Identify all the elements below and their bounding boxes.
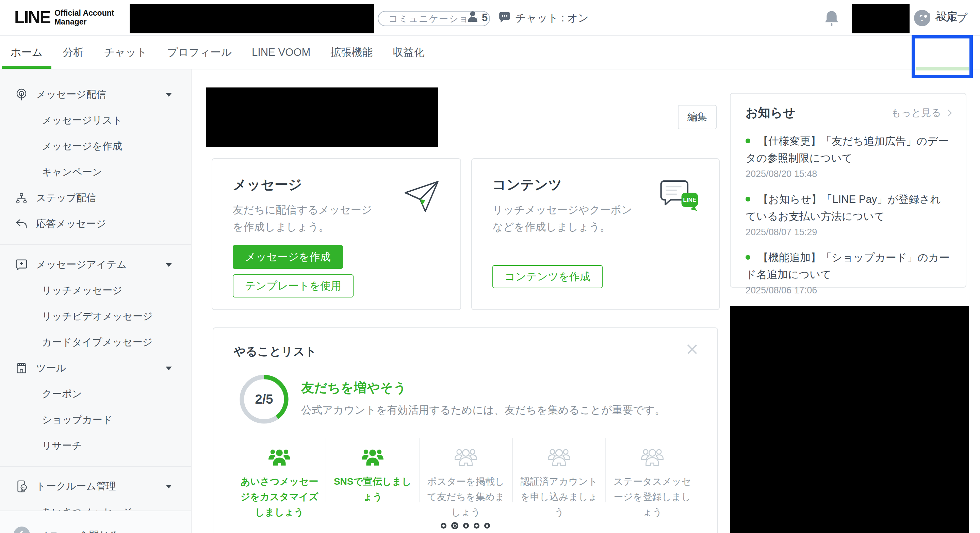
- logo-subtitle: Official Account Manager: [54, 8, 115, 26]
- task-register-status-message[interactable]: ステータスメッセージを登録しましょう: [605, 438, 698, 502]
- todo-heading: 友だちを増やそう: [301, 379, 406, 396]
- people-group-icon: [548, 447, 570, 468]
- task-carousel: あいさつメッセージをカスタマイズしましょう SNSで宣伝しましょう ポスターを掲…: [233, 438, 698, 502]
- tab-home[interactable]: ホーム: [2, 36, 51, 69]
- nav-tabs: ホーム 分析 チャット プロフィール LINE VOOM 拡張機能 収益化: [2, 36, 436, 69]
- todo-card-title: やることリスト: [234, 344, 697, 360]
- chevron-right-icon: [945, 110, 952, 116]
- chat-bubble-icon: [498, 10, 511, 26]
- chat-status[interactable]: チャット : オン: [498, 10, 589, 26]
- carousel-dot[interactable]: [474, 523, 479, 528]
- broadcast-icon: [14, 88, 29, 102]
- notices-panel: お知らせ もっと見る 【仕様変更】「友だち追加広告」のデータの参照制限について …: [730, 93, 966, 288]
- chevron-down-icon: [166, 263, 172, 267]
- notice-item[interactable]: 【お知らせ】「LINE Pay」が登録されているお支払い方法について 2025/…: [746, 191, 951, 237]
- people-group-icon: [455, 447, 477, 468]
- carousel-dot[interactable]: [441, 523, 447, 528]
- reply-arrow-icon: [14, 217, 29, 231]
- todo-description: 公式アカウントを有効活用するためには、友だちを集めることが重要です。: [301, 403, 665, 417]
- sidebar-item-create-message[interactable]: メッセージを作成: [0, 134, 191, 159]
- create-content-button[interactable]: コンテンツを作成: [492, 265, 603, 288]
- redacted-user-avatar: [852, 4, 910, 33]
- green-dot-icon: [746, 138, 750, 143]
- sidebar-item-rich-video-message[interactable]: リッチビデオメッセージ: [0, 304, 191, 329]
- sidebar-item-tools[interactable]: ツール: [0, 355, 191, 381]
- person-icon: [467, 10, 479, 25]
- tab-analytics[interactable]: 分析: [54, 36, 92, 69]
- progress-value: 2/5: [237, 372, 291, 426]
- task-promote-sns[interactable]: SNSで宣伝しましょう: [326, 438, 419, 502]
- todo-list-card: やることリスト 2/5 友だちを増やそう 公式アカウントを有効活用するためには、…: [213, 328, 718, 533]
- green-dot-icon: [746, 197, 750, 202]
- paper-plane-icon: [401, 179, 442, 215]
- redacted-banner-block: [730, 306, 969, 533]
- tab-line-voom[interactable]: LINE VOOM: [243, 36, 319, 69]
- tab-settings[interactable]: 設定: [920, 0, 958, 33]
- main-nav: ホーム 分析 チャット プロフィール LINE VOOM 拡張機能 収益化: [0, 36, 980, 70]
- sitemap-icon: [14, 191, 29, 205]
- task-apply-verified-account[interactable]: 認証済アカウントを申し込みましょう: [512, 438, 605, 502]
- top-bar: LINE Official Account Manager コミュニケーション …: [0, 0, 980, 36]
- carousel-dot[interactable]: [463, 523, 469, 528]
- close-icon[interactable]: [685, 342, 700, 357]
- sidebar-item-card-type-message[interactable]: カードタイプメッセージ: [0, 329, 191, 355]
- message-card-description: 友だちに配信するメッセージを作成しましょう。: [233, 202, 382, 235]
- friend-count[interactable]: 5: [467, 10, 488, 25]
- line-oam-logo[interactable]: LINE Official Account Manager: [14, 8, 114, 27]
- redacted-account-name: [130, 4, 374, 33]
- redacted-profile-block: [206, 88, 438, 147]
- chevron-down-icon: [166, 485, 172, 488]
- edit-button[interactable]: 編集: [678, 105, 717, 129]
- tab-extensions[interactable]: 拡張機能: [321, 36, 382, 69]
- tab-monetization[interactable]: 収益化: [384, 36, 433, 69]
- content-card-description: リッチメッセージやクーポンなどを作成しましょう。: [492, 202, 642, 235]
- chat-status-label: チャット : オン: [515, 11, 589, 25]
- storefront-icon: [14, 361, 29, 375]
- tab-profile[interactable]: プロフィール: [158, 36, 240, 69]
- sidebar-item-message-broadcast[interactable]: メッセージ配信: [0, 82, 191, 108]
- sidebar-item-campaign[interactable]: キャンペーン: [0, 159, 191, 185]
- sidebar-item-message-list[interactable]: メッセージリスト: [0, 108, 191, 134]
- task-post-poster[interactable]: ポスターを掲載して友だちを集めましょう: [419, 438, 512, 502]
- carousel-dot[interactable]: [484, 523, 490, 528]
- sidebar-item-rich-message[interactable]: リッチメッセージ: [0, 278, 191, 304]
- content-line-bubble-icon: LINE: [659, 179, 700, 215]
- bubble-plus-icon: [14, 258, 29, 272]
- carousel-dot[interactable]: [451, 522, 458, 529]
- people-group-icon: [361, 447, 384, 468]
- notice-date: 2025/08/20 15:48: [746, 169, 951, 179]
- sidebar-item-coupon[interactable]: クーポン: [0, 381, 191, 407]
- sidebar-divider: [0, 244, 191, 245]
- task-customize-greeting[interactable]: あいさつメッセージをカスタマイズしましょう: [233, 438, 326, 502]
- settings-label: 設定: [937, 9, 958, 24]
- notice-item[interactable]: 【機能追加】「ショップカード」のカード名追加について 2025/08/06 17…: [746, 249, 951, 296]
- people-group-icon: [641, 447, 663, 468]
- notification-bell-button[interactable]: [824, 10, 840, 27]
- tab-chat[interactable]: チャット: [95, 36, 156, 69]
- sidebar-divider: [0, 466, 191, 467]
- sidebar-item-message-items[interactable]: メッセージアイテム: [0, 252, 191, 278]
- line-wordmark: LINE: [14, 8, 50, 27]
- use-template-button[interactable]: テンプレートを使用: [233, 274, 353, 298]
- sidebar-item-shop-card[interactable]: ショップカード: [0, 407, 191, 433]
- see-more-link[interactable]: もっと見る: [891, 106, 951, 120]
- settings-hover-indicator: [916, 67, 969, 70]
- create-message-button[interactable]: メッセージを作成: [233, 245, 343, 269]
- sidebar-item-auto-response[interactable]: 応答メッセージ: [0, 211, 191, 237]
- sidebar: メッセージ配信 メッセージリスト メッセージを作成 キャンペーン ステップ配信 …: [0, 70, 192, 533]
- friend-count-value: 5: [482, 11, 488, 24]
- notice-date: 2025/08/06 17:06: [746, 285, 951, 296]
- message-card: メッセージ 友だちに配信するメッセージを作成しましょう。 メッセージを作成 テン…: [212, 158, 461, 310]
- green-dot-icon: [746, 255, 750, 260]
- people-group-icon: [268, 447, 291, 468]
- progress-donut: 2/5: [237, 372, 291, 426]
- sidebar-item-talk-room-management[interactable]: トークルーム管理: [0, 473, 191, 499]
- chevron-down-icon: [166, 93, 172, 97]
- bell-icon: [824, 10, 840, 27]
- gear-icon: [920, 10, 932, 22]
- sidebar-item-step-delivery[interactable]: ステップ配信: [0, 185, 191, 211]
- notice-item[interactable]: 【仕様変更】「友だち追加広告」のデータの参照制限について 2025/08/20 …: [746, 133, 951, 179]
- close-menu-button[interactable]: メニューを閉じる: [14, 527, 119, 533]
- sidebar-item-research[interactable]: リサーチ: [0, 433, 191, 459]
- notices-title: お知らせ: [746, 105, 795, 121]
